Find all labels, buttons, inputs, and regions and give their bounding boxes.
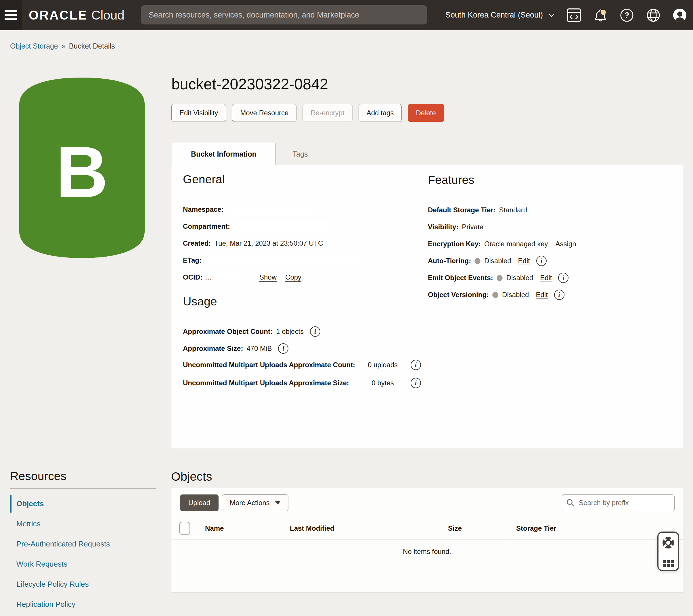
emit-events-edit-link[interactable]: Edit [540, 274, 552, 282]
namespace-redacted-value [227, 203, 313, 215]
upload-button[interactable]: Upload [180, 494, 219, 511]
encryption-key-value: Oracle managed key [484, 240, 548, 248]
detail-tabs: Bucket Information Tags [172, 143, 325, 165]
object-count-value: 1 objects [276, 328, 304, 335]
info-icon[interactable]: i [554, 290, 565, 300]
column-header-storage-tier: Storage Tier [509, 517, 682, 539]
ocid-prefix: ... [206, 273, 212, 281]
sidebar-item-objects[interactable]: Objects [10, 494, 156, 514]
oracle-cloud-logo: ORACLE Cloud [29, 0, 124, 30]
region-selector[interactable]: South Korea Central (Seoul) [446, 11, 555, 20]
re-encrypt-button[interactable]: Re-encrypt [302, 104, 352, 122]
objects-heading: Objects [171, 470, 212, 484]
sidebar-item-replication-policy[interactable]: Replication Policy [10, 594, 156, 614]
info-icon[interactable]: i [411, 360, 421, 370]
status-dot [474, 258, 480, 264]
cloud-shell-button[interactable] [567, 8, 581, 23]
edit-visibility-button[interactable]: Edit Visibility [171, 104, 226, 122]
compartment-label: Compartment: [183, 222, 230, 230]
created-row: Created: Tue, Mar 21, 2023 at 23:50:07 U… [183, 237, 426, 249]
storage-tier-row: Default Storage Tier: Standard [428, 204, 675, 216]
notifications-button[interactable] [593, 8, 608, 23]
breadcrumb-separator: » [62, 42, 65, 50]
info-icon[interactable]: i [558, 273, 569, 283]
emit-events-row: Emit Object Events: Disabled Edit i [428, 272, 675, 284]
sidebar-item-lifecycle-policy-rules[interactable]: Lifecycle Policy Rules [10, 574, 156, 594]
multipart-count-label: Uncommitted Multipart Uploads Approximat… [183, 360, 361, 370]
assign-key-link[interactable]: Assign [555, 240, 576, 248]
info-icon[interactable]: i [411, 378, 421, 388]
more-actions-button[interactable]: More Actions [222, 494, 289, 511]
select-all-checkbox[interactable] [179, 522, 190, 535]
bucket-information-panel: General Namespace: Compartment: Created:… [171, 165, 683, 448]
delete-button[interactable]: Delete [408, 104, 444, 122]
namespace-row: Namespace: [183, 203, 426, 215]
objects-panel: Upload More Actions Name Last Modified S… [171, 488, 683, 592]
objects-table-header: Name Last Modified Size Storage Tier [171, 517, 682, 540]
search-by-prefix-box [562, 494, 675, 511]
column-header-size: Size [441, 517, 509, 539]
compartment-row: Compartment: [183, 220, 426, 232]
tab-bucket-information[interactable]: Bucket Information [172, 143, 276, 165]
region-label: South Korea Central (Seoul) [446, 11, 543, 20]
object-versioning-edit-link[interactable]: Edit [536, 291, 548, 299]
code-console-icon [567, 7, 581, 23]
hamburger-menu-button[interactable] [0, 0, 22, 30]
sidebar-item-work-requests[interactable]: Work Requests [10, 554, 156, 574]
general-heading: General [183, 173, 426, 186]
created-value: Tue, Mar 21, 2023 at 23:50:07 UTC [214, 239, 323, 247]
global-search-input[interactable] [141, 5, 427, 24]
etag-row: ETag: [183, 254, 426, 266]
breadcrumb: Object Storage » Bucket Details [10, 42, 115, 50]
top-navigation-bar: ORACLE Cloud South Korea Central (Seoul) [0, 0, 693, 30]
namespace-label: Namespace: [183, 205, 223, 213]
auto-tiering-label: Auto-Tiering: [428, 257, 471, 265]
notification-dot [601, 9, 606, 15]
sidebar-item-pre-authenticated-requests[interactable]: Pre-Authenticated Requests [10, 534, 156, 554]
status-dot [497, 275, 503, 281]
general-and-usage-column: General Namespace: Compartment: Created:… [183, 173, 426, 396]
life-ring-icon[interactable] [661, 536, 675, 550]
floating-assistant-widget [657, 532, 679, 571]
avatar-icon [673, 8, 687, 22]
active-indicator [10, 495, 12, 513]
column-header-name: Name [198, 517, 283, 539]
info-icon[interactable]: i [536, 256, 547, 266]
move-resource-button[interactable]: Move Resource [232, 104, 296, 122]
info-icon[interactable]: i [310, 326, 320, 337]
auto-tiering-edit-link[interactable]: Edit [518, 257, 530, 265]
bell-icon [593, 7, 608, 23]
ocid-show-link[interactable]: Show [259, 273, 277, 281]
tab-tags[interactable]: Tags [276, 143, 325, 165]
search-by-prefix-input[interactable] [578, 498, 670, 507]
storage-tier-value: Standard [499, 206, 527, 214]
usage-heading: Usage [183, 295, 426, 308]
sidebar-item-metrics[interactable]: Metrics [10, 514, 156, 534]
encryption-key-row: Encryption Key: Oracle managed key Assig… [428, 238, 675, 250]
visibility-row: Visibility: Private [428, 221, 675, 233]
compartment-redacted-value [234, 220, 334, 232]
multipart-size-label: Uncommitted Multipart Uploads Approximat… [183, 377, 361, 388]
resources-heading: Resources [10, 470, 66, 483]
object-count-row: Approximate Object Count: 1 objects i [183, 326, 426, 337]
add-tags-button[interactable]: Add tags [359, 104, 402, 122]
features-heading: Features [428, 173, 675, 187]
app-launcher-icon[interactable] [663, 560, 674, 567]
help-button[interactable]: ? [619, 8, 634, 23]
logo-oracle: ORACLE [29, 8, 87, 22]
caret-down-icon [275, 501, 281, 505]
breadcrumb-current: Bucket Details [69, 42, 115, 50]
svg-text:?: ? [625, 11, 630, 20]
multipart-size-row: Uncommitted Multipart Uploads Approximat… [183, 377, 426, 388]
page-title: bucket-20230322-0842 [171, 75, 328, 93]
user-menu-button[interactable] [672, 8, 687, 23]
resources-list: Objects Metrics Pre-Authenticated Reques… [10, 494, 156, 614]
approx-size-row: Approximate Size: 470 MiB i [183, 343, 426, 354]
language-button[interactable] [646, 8, 661, 23]
info-icon[interactable]: i [278, 343, 289, 354]
ocid-copy-link[interactable]: Copy [285, 273, 301, 281]
breadcrumb-object-storage[interactable]: Object Storage [10, 42, 58, 50]
created-label: Created: [183, 239, 211, 247]
object-versioning-row: Object Versioning: Disabled Edit i [428, 289, 675, 301]
globe-icon [646, 8, 660, 22]
